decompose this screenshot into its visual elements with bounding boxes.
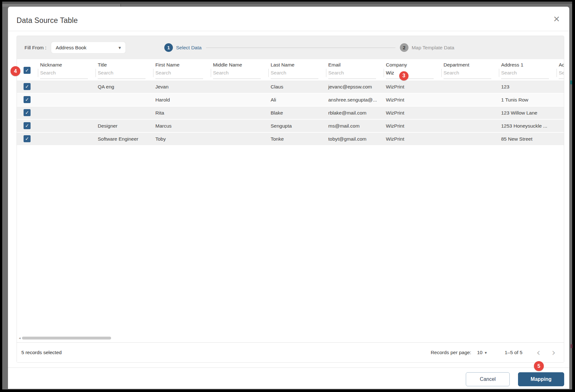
app-icon-speck xyxy=(571,344,572,348)
column-label: Title xyxy=(96,62,153,68)
checkbox-check-icon: ✓ xyxy=(25,136,29,142)
search-input-email[interactable]: Search xyxy=(328,70,376,79)
table-cell: ms@mail.com xyxy=(326,120,384,132)
cancel-button[interactable]: Cancel xyxy=(466,372,510,386)
column-header-nickname: NicknameSearch xyxy=(38,59,96,80)
records-selected-text: 5 records selected xyxy=(21,350,431,355)
row-cells: QA engJevanClausjevanc@epssw.comWizPrint… xyxy=(38,80,564,93)
table-cell xyxy=(96,107,153,119)
grid-toolbar: Fill From : Address Book ▾ 1 Select Data… xyxy=(17,36,564,59)
search-placeholder: Search xyxy=(98,70,113,75)
row-checkbox[interactable]: ✓ xyxy=(24,109,31,116)
previous-page-icon[interactable]: ‹ xyxy=(536,348,540,357)
column-label: Address 1 xyxy=(499,62,557,68)
search-input-middle-name[interactable]: Search xyxy=(213,70,261,79)
search-placeholder: Search xyxy=(271,70,286,75)
step-2-indicator[interactable]: 2 xyxy=(400,43,408,52)
table-cell xyxy=(557,133,564,145)
fill-from-select[interactable]: Address Book ▾ xyxy=(51,42,126,53)
table-cell xyxy=(38,133,96,145)
table-cell xyxy=(211,80,268,93)
search-input-department[interactable]: Search xyxy=(444,70,491,79)
horizontal-scrollbar-thumb[interactable] xyxy=(22,337,111,340)
table-cell xyxy=(557,107,564,119)
close-icon[interactable]: ✕ xyxy=(553,15,560,23)
records-per-page-value: 10 xyxy=(477,350,482,355)
dialog-header: Data Source Table ✕ xyxy=(17,16,561,31)
records-per-page-select[interactable]: 10 ▾ xyxy=(477,350,487,355)
search-input-title[interactable]: Search xyxy=(98,70,146,79)
row-select-cell: ✓ xyxy=(17,120,38,132)
row-cells: HaroldAlianshree.sengupta@...WizPrint1 T… xyxy=(38,94,564,106)
table-cell xyxy=(441,94,499,106)
table-cell xyxy=(38,94,96,106)
row-select-cell: ✓ xyxy=(17,133,38,145)
table-cell: Harold xyxy=(153,94,211,106)
column-label: Company xyxy=(384,62,441,68)
table-cell: WizPrint xyxy=(384,94,441,106)
table-row[interactable]: ✓QA engJevanClausjevanc@epssw.comWizPrin… xyxy=(17,80,564,93)
search-input-nickname[interactable]: Search xyxy=(40,70,88,79)
column-label: Department xyxy=(441,62,499,68)
table-cell xyxy=(38,107,96,119)
column-label: Last Name xyxy=(268,62,326,68)
column-header-address-2: Address 2Search xyxy=(557,59,564,80)
table-cell: WizPrint xyxy=(384,80,441,93)
checkbox-check-icon: ✓ xyxy=(25,67,29,73)
stepper-connector xyxy=(206,47,395,48)
screenshot-frame: Data Source Table ✕ Fill From : Address … xyxy=(0,0,575,392)
table-cell: Designer xyxy=(96,120,153,132)
search-input-address-1[interactable]: Search xyxy=(501,70,549,79)
column-header-title: TitleSearch xyxy=(96,59,153,80)
search-placeholder: Search xyxy=(328,70,344,75)
search-input-company[interactable]: Wiz3 xyxy=(386,70,434,79)
search-input-address-2[interactable]: Search xyxy=(559,70,564,79)
mapping-button[interactable]: Mapping xyxy=(518,372,564,386)
step-1-indicator[interactable]: 1 xyxy=(164,43,173,52)
row-checkbox[interactable]: ✓ xyxy=(24,96,31,103)
column-header-last-name: Last NameSearch xyxy=(268,59,326,80)
table-cell xyxy=(441,107,499,119)
table-row[interactable]: ✓RitaBlakerblake@mail.comWizPrint123 Wil… xyxy=(17,107,564,119)
table-cell xyxy=(211,133,268,145)
stepper: 1 Select Data 2 Map Template Data xyxy=(164,36,459,59)
table-cell: Blake xyxy=(268,107,326,119)
app-icon-speck xyxy=(570,80,572,84)
column-header-department: DepartmentSearch xyxy=(441,59,499,80)
search-input-last-name[interactable]: Search xyxy=(271,70,318,79)
column-label: Nickname xyxy=(38,62,96,68)
actions-divider xyxy=(8,368,569,368)
table-cell xyxy=(557,120,564,132)
horizontal-scrollbar: ◂ xyxy=(17,336,564,340)
table-cell xyxy=(211,107,268,119)
records-per-page-label: Records per page: xyxy=(431,350,472,355)
pagination-controls: Records per page: 10 ▾ 1–5 of 5 ‹ › xyxy=(431,348,556,357)
column-header-company: CompanyWiz3 xyxy=(384,59,441,80)
search-input-first-name[interactable]: Search xyxy=(155,70,203,79)
table-row[interactable]: ✓DesignerMarcusSenguptams@mail.comWizPri… xyxy=(17,120,564,132)
column-headers: NicknameSearchTitleSearchFirst NameSearc… xyxy=(38,59,564,80)
table-row[interactable]: ✓HaroldAlianshree.sengupta@...WizPrint1 … xyxy=(17,94,564,106)
search-value: Wiz xyxy=(386,70,394,75)
table-cell: Toby xyxy=(153,133,211,145)
app-toolbar-segment-behind-overlay xyxy=(2,4,121,7)
table-cell: WizPrint xyxy=(384,133,441,145)
chevron-down-icon: ▾ xyxy=(118,45,121,51)
grid-footer: 5 records selected Records per page: 10 … xyxy=(17,342,564,362)
data-source-table-dialog: Data Source Table ✕ Fill From : Address … xyxy=(8,7,569,389)
row-checkbox[interactable]: ✓ xyxy=(24,122,31,129)
select-all-checkbox[interactable]: ✓ xyxy=(24,67,31,74)
table-cell xyxy=(211,94,268,106)
table-cell: Rita xyxy=(153,107,211,119)
row-checkbox[interactable]: ✓ xyxy=(24,135,31,142)
next-page-icon[interactable]: › xyxy=(552,348,556,357)
table-cell xyxy=(441,133,499,145)
row-checkbox[interactable]: ✓ xyxy=(24,83,31,90)
table-cell: Sengupta xyxy=(268,120,326,132)
table-cell xyxy=(38,80,96,93)
row-cells: RitaBlakerblake@mail.comWizPrint123 Will… xyxy=(38,107,564,119)
scroll-left-arrow-icon[interactable]: ◂ xyxy=(19,336,21,340)
table-row[interactable]: ✓Software EngineerTobyTonketobyt@gmail.c… xyxy=(17,133,564,145)
data-grid-card: Fill From : Address Book ▾ 1 Select Data… xyxy=(17,36,564,363)
table-cell: 123 Willow Lane xyxy=(499,107,557,119)
